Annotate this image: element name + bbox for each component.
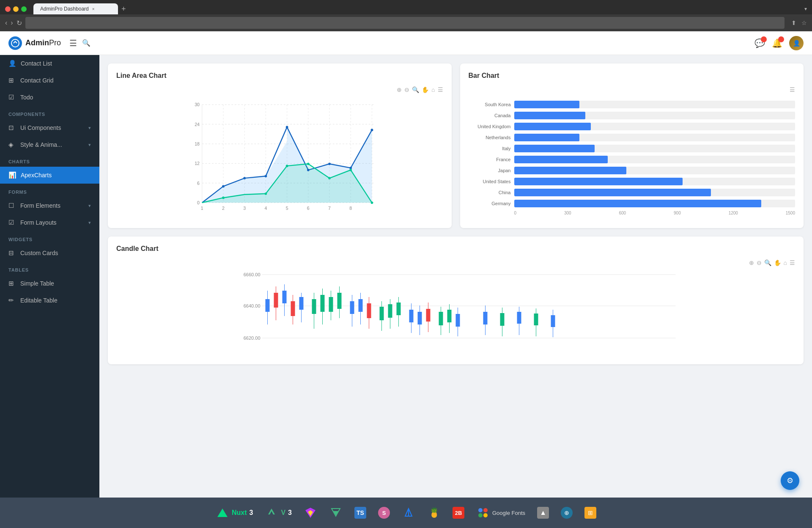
tech-vue: V3 (265, 506, 292, 520)
svg-text:6640.00: 6640.00 (244, 303, 261, 308)
line-chart-toolbar: ⊕ ⊖ 🔍 ✋ ⌂ ☰ (116, 86, 443, 93)
bar-row-china: China (469, 189, 796, 196)
svg-rect-62 (312, 299, 316, 314)
settings-fab[interactable]: ⚙ (781, 471, 799, 490)
bookmark-icon[interactable]: ☆ (801, 19, 807, 26)
bar-chart-card: Bar Chart ☰ South Korea Canada (460, 63, 804, 228)
form-elements-arrow: ▾ (88, 203, 91, 209)
logo-bold: Admin (25, 38, 49, 47)
axis-1500: 1500 (786, 211, 795, 215)
sidebar-item-todo[interactable]: ☑ Todo (0, 89, 99, 106)
bar-fill (514, 123, 591, 130)
notifications-button[interactable]: 🔔 (772, 38, 782, 48)
bar-track (514, 112, 796, 119)
candle-pan-icon[interactable]: ✋ (774, 259, 781, 266)
bar-track (514, 101, 796, 108)
svg-rect-54 (274, 293, 278, 308)
vercel-icon: ▲ (537, 507, 549, 519)
zoom-icon[interactable]: 🔍 (412, 86, 419, 93)
sidebar: 👤 Contact List ⊞ Contact Grid ☑ Todo Com… (0, 55, 99, 498)
editable-table-icon: ✏ (8, 297, 16, 304)
axis-600: 600 (619, 211, 626, 215)
candle-zoom-in-icon[interactable]: ⊕ (749, 259, 754, 266)
svg-rect-84 (418, 312, 422, 324)
sidebar-item-form-elements[interactable]: ☐ Form Elements ▾ (0, 197, 99, 214)
candle-zoom-out-icon[interactable]: ⊖ (757, 259, 762, 266)
close-dot[interactable] (5, 6, 11, 12)
main-area: 👤 Contact List ⊞ Contact Grid ☑ Todo Com… (0, 55, 812, 498)
candle-chart-svg: 6660.00 6640.00 6620.00 (116, 270, 795, 354)
sidebar-item-form-layouts[interactable]: ☑ Form Layouts ▾ (0, 214, 99, 231)
sidebar-item-contact-list[interactable]: 👤 Contact List (0, 55, 99, 72)
minimize-dot[interactable] (13, 6, 19, 12)
bar-menu-icon[interactable]: ☰ (790, 86, 795, 93)
svg-point-25 (265, 192, 267, 195)
svg-rect-82 (409, 310, 414, 322)
svg-text:1: 1 (201, 206, 203, 211)
candle-search-icon[interactable]: 🔍 (764, 259, 771, 266)
sidebar-item-style-anima[interactable]: ◈ Style & Anima... ▾ (0, 136, 99, 153)
bar-fill (514, 145, 595, 152)
charts-grid: Line Area Chart ⊕ ⊖ 🔍 ✋ ⌂ ☰ (108, 63, 804, 364)
svg-rect-66 (329, 297, 333, 312)
svg-rect-56 (283, 291, 287, 303)
sidebar-item-ui-components[interactable]: ⊡ Ui Components ▾ (0, 119, 99, 136)
svg-rect-102 (551, 315, 555, 327)
back-button[interactable]: ‹ (5, 19, 7, 27)
bar-fill (514, 167, 627, 174)
arco-icon (402, 506, 415, 520)
bar-fill (514, 112, 585, 119)
candle-menu-icon[interactable]: ☰ (790, 259, 795, 266)
vue-label: V (281, 509, 285, 517)
sidebar-item-simple-table[interactable]: ⊞ Simple Table (0, 275, 99, 292)
tab-close-button[interactable]: × (92, 7, 95, 11)
sidebar-item-editable-table[interactable]: ✏ Editable Table (0, 292, 99, 309)
address-bar[interactable] (25, 17, 785, 29)
wp-icon: ⊕ (561, 507, 573, 519)
svg-text:6: 6 (197, 181, 200, 186)
svg-point-112 (478, 508, 483, 512)
svg-point-21 (328, 162, 331, 165)
svg-rect-90 (447, 310, 452, 322)
tech-sass: S (378, 507, 390, 519)
editable-table-label: Editable Table (20, 297, 58, 304)
vue-icon (265, 506, 278, 520)
menu-icon[interactable]: ☰ (69, 38, 77, 48)
zoom-out-icon[interactable]: ⊖ (404, 86, 409, 93)
axis-0: 0 (514, 211, 517, 215)
user-avatar[interactable]: 👤 (789, 36, 804, 50)
search-icon[interactable]: 🔍 (82, 39, 91, 47)
svg-point-27 (307, 162, 310, 165)
tabs-arrow: ▾ (804, 6, 807, 12)
messages-button[interactable]: 💬 (754, 38, 765, 48)
active-tab[interactable]: AdminPro Dashboard × (33, 3, 118, 14)
refresh-button[interactable]: ↻ (16, 19, 22, 27)
tech-google-fonts: Google Fonts (476, 506, 525, 520)
svg-text:7: 7 (328, 206, 331, 211)
zoom-in-icon[interactable]: ⊕ (397, 86, 402, 93)
svg-rect-68 (337, 293, 342, 309)
sidebar-item-custom-cards[interactable]: ⊟ Custom Cards (0, 245, 99, 261)
tech-vite (304, 506, 317, 520)
svg-rect-96 (500, 313, 505, 326)
menu-icon-chart[interactable]: ☰ (438, 86, 443, 93)
nuxt-icon (216, 506, 229, 520)
share-icon[interactable]: ⬆ (791, 19, 796, 26)
svg-marker-103 (217, 509, 228, 517)
sidebar-item-apexcharts[interactable]: 📊 ApexCharts (0, 167, 99, 184)
new-tab-button[interactable]: + (121, 5, 126, 14)
svg-text:24: 24 (195, 122, 200, 127)
svg-rect-70 (350, 301, 354, 314)
home-icon[interactable]: ⌂ (431, 86, 435, 93)
bar-track (514, 189, 796, 196)
tech-vercel: ▲ (537, 507, 549, 519)
maximize-dot[interactable] (21, 6, 27, 12)
messages-badge (761, 36, 767, 42)
sidebar-item-contact-grid[interactable]: ⊞ Contact Grid (0, 72, 99, 89)
pan-icon[interactable]: ✋ (422, 86, 429, 93)
forward-button[interactable]: › (11, 19, 13, 27)
svg-text:30: 30 (195, 102, 200, 107)
svg-rect-86 (426, 309, 431, 322)
charts-section: Charts (0, 153, 99, 167)
candle-home-icon[interactable]: ⌂ (784, 259, 787, 266)
